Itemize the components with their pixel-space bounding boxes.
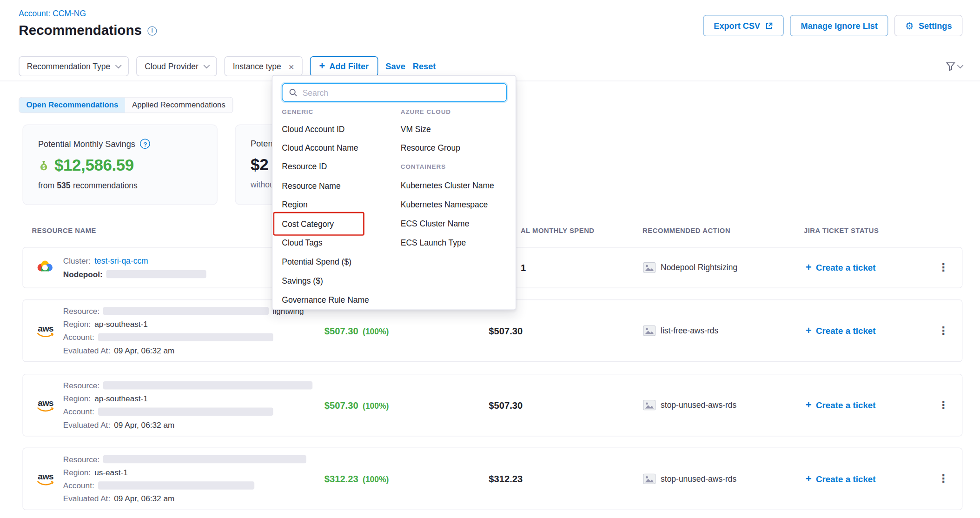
resource-label: Resource:: [63, 381, 99, 390]
monthly-spend-value: $507.30: [489, 400, 523, 411]
filter-option-ecs-cluster-name[interactable]: ECS Cluster Name: [401, 214, 513, 233]
create-ticket-button[interactable]: + Create a ticket: [806, 263, 876, 273]
plus-icon: +: [806, 400, 812, 410]
row-menu-button[interactable]: ⋮: [938, 473, 949, 484]
column-header-total-monthly-spend: AL MONTHLY SPEND: [521, 227, 595, 234]
aws-icon: aws: [36, 324, 56, 338]
table-row: aws Resource: Region: us-east-1 Account:…: [22, 448, 962, 510]
redacted-value: [103, 455, 306, 463]
external-link-icon: [765, 21, 773, 29]
column-header-recommended-action: RECOMMENDED ACTION: [642, 227, 730, 234]
filter-option-ecs-launch-type[interactable]: ECS Launch Type: [401, 233, 513, 252]
filter-option-resource-name[interactable]: Resource Name: [282, 176, 397, 195]
row-menu-button[interactable]: ⋮: [938, 400, 949, 411]
plus-icon: +: [319, 61, 325, 72]
savings-sub-prefix: from: [38, 181, 54, 190]
chip-label: Cloud Provider: [145, 61, 199, 71]
savings-percent: (100%): [363, 401, 389, 410]
evaluated-at-label: Evaluated At:: [63, 345, 110, 355]
savings-amount: $12,586.59: [54, 156, 134, 175]
row-menu-button[interactable]: ⋮: [938, 262, 949, 273]
column-header-resource-name: RESOURCE NAME: [32, 227, 96, 234]
savings-percent: (100%): [363, 326, 389, 336]
potential-monthly-savings-card: Potential Monthly Savings ? $ $12,586.59…: [22, 125, 217, 205]
create-ticket-button[interactable]: + Create a ticket: [806, 325, 876, 336]
save-filter-button[interactable]: Save: [385, 61, 405, 71]
evaluated-at-label: Evaluated At:: [63, 494, 110, 503]
info-icon[interactable]: i: [147, 26, 157, 35]
plus-icon: +: [806, 474, 812, 484]
settings-button[interactable]: ⚙ Settings: [894, 15, 962, 36]
region-value: ap-southeast-1: [94, 319, 148, 329]
nodepool-label: Nodepool:: [63, 269, 103, 279]
filter-option-region[interactable]: Region: [282, 195, 397, 214]
row-menu-button[interactable]: ⋮: [938, 325, 949, 336]
tab-applied-recommendations[interactable]: Applied Recommendations: [125, 98, 232, 113]
filter-option-kubernetes-cluster-name[interactable]: Kubernetes Cluster Name: [401, 176, 513, 195]
spend-card-title-fragment: Poten: [251, 139, 272, 148]
region-value: ap-southeast-1: [94, 394, 148, 403]
filter-option-cloud-tags[interactable]: Cloud Tags: [282, 233, 397, 252]
create-ticket-button[interactable]: + Create a ticket: [806, 400, 876, 410]
filter-chip-instance-type[interactable]: Instance type ×: [225, 56, 302, 76]
filter-chip-recommendation-type[interactable]: Recommendation Type: [19, 56, 129, 76]
cluster-link[interactable]: test-sri-qa-ccm: [94, 256, 148, 266]
account-breadcrumb[interactable]: Account: CCM-NG: [19, 9, 86, 18]
tab-open-recommendations[interactable]: Open Recommendations: [20, 98, 126, 113]
filter-option-savings[interactable]: Savings ($): [282, 272, 397, 291]
savings-card-title: Potential Monthly Savings: [38, 139, 135, 148]
add-filter-dropdown: GENERIC Cloud Account ID Cloud Account N…: [272, 75, 516, 310]
filter-option-governance-rule-name[interactable]: Governance Rule Name: [282, 290, 397, 309]
redacted-value: [103, 307, 269, 315]
create-ticket-label: Create a ticket: [816, 325, 876, 336]
create-ticket-label: Create a ticket: [816, 263, 876, 273]
export-csv-button[interactable]: Export CSV: [703, 15, 784, 36]
search-input[interactable]: [303, 88, 500, 97]
monthly-spend-value: $507.30: [489, 325, 523, 336]
chip-label: Recommendation Type: [27, 61, 110, 71]
page-title: Recommendations: [19, 22, 142, 39]
savings-value: $507.30: [324, 400, 358, 411]
filter-option-resource-group[interactable]: Resource Group: [401, 139, 513, 158]
filter-option-potential-spend[interactable]: Potential Spend ($): [282, 252, 397, 272]
add-filter-label: Add Filter: [329, 61, 369, 71]
action-thumbnail-icon: [643, 325, 656, 336]
table-row: aws Resource: Region: ap-southeast-1 Acc…: [22, 374, 962, 436]
plus-icon: +: [806, 263, 812, 273]
recommended-action-label: stop-unused-aws-rds: [661, 400, 736, 410]
filter-chip-cloud-provider[interactable]: Cloud Provider: [137, 56, 217, 76]
reset-filter-button[interactable]: Reset: [413, 61, 436, 71]
evaluated-at-label: Evaluated At:: [63, 420, 110, 429]
plus-icon: +: [806, 325, 812, 336]
filter-option-resource-id[interactable]: Resource ID: [282, 157, 397, 176]
filter-option-kubernetes-namespace[interactable]: Kubernetes Namespace: [401, 195, 513, 214]
action-thumbnail-icon: [643, 473, 656, 484]
filter-panel-button[interactable]: [946, 61, 962, 72]
action-thumbnail-icon: [643, 400, 656, 411]
help-icon[interactable]: ?: [140, 139, 151, 149]
spend-amount-fragment: $2: [251, 155, 268, 174]
aws-icon: aws: [36, 472, 56, 486]
region-label: Region:: [63, 394, 91, 403]
section-header-containers: CONTAINERS: [401, 157, 513, 176]
recommendations-page: Account: CCM-NG Recommendations i Export…: [0, 0, 980, 518]
filter-option-cost-category[interactable]: Cost Category: [282, 214, 397, 233]
search-icon: [289, 88, 298, 97]
account-label: Account:: [63, 481, 94, 490]
filter-option-vm-size[interactable]: VM Size: [401, 120, 513, 139]
create-ticket-button[interactable]: + Create a ticket: [806, 474, 876, 484]
cluster-label: Cluster:: [63, 256, 91, 266]
savings-sub-suffix: recommendations: [73, 181, 138, 190]
gear-icon: ⚙: [905, 21, 914, 30]
evaluated-at-value: 09 Apr, 06:32 am: [114, 420, 174, 429]
manage-ignore-list-button[interactable]: Manage Ignore List: [790, 15, 888, 36]
monthly-spend-value: $312.23: [489, 473, 523, 484]
settings-label: Settings: [919, 21, 952, 30]
filter-option-cloud-account-id[interactable]: Cloud Account ID: [282, 120, 397, 139]
create-ticket-label: Create a ticket: [816, 474, 876, 484]
filter-option-cloud-account-name[interactable]: Cloud Account Name: [282, 139, 397, 158]
close-icon[interactable]: ×: [289, 61, 294, 72]
region-label: Region:: [63, 319, 91, 329]
add-filter-button[interactable]: + Add Filter: [310, 56, 378, 76]
account-label: Account:: [63, 407, 94, 416]
